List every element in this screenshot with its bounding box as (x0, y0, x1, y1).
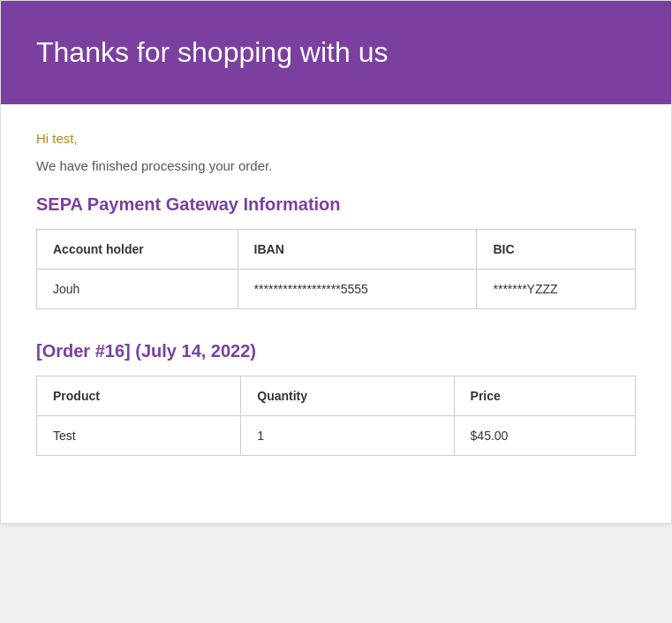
content-area: Hi test, We have finished processing you… (1, 104, 671, 523)
order-product-value: Test (37, 416, 241, 456)
header-banner: Thanks for shopping with us (1, 1, 671, 104)
header-title: Thanks for shopping with us (36, 36, 636, 69)
order-price-value: $45.00 (454, 416, 635, 456)
email-container: Thanks for shopping with us Hi test, We … (0, 0, 672, 524)
order-quantity-value: 1 (241, 416, 454, 456)
sepa-iban-value: ******************5555 (238, 270, 477, 309)
sepa-col-bic: BIC (477, 230, 636, 270)
sepa-table: Account holder IBAN BIC Jouh ***********… (36, 229, 636, 309)
sepa-table-row: Jouh ******************5555 *******YZZZ (37, 270, 636, 309)
order-col-product: Product (37, 376, 241, 416)
order-col-quantity: Quantity (241, 376, 454, 416)
order-table-row: Test 1 $45.00 (37, 416, 636, 456)
greeting-text: Hi test, (36, 131, 636, 146)
sepa-col-account-holder: Account holder (37, 230, 238, 270)
order-section-title[interactable]: [Order #16] (July 14, 2022) (36, 341, 636, 361)
sepa-account-holder-value: Jouh (37, 270, 238, 309)
intro-text: We have finished processing your order. (36, 158, 636, 173)
order-col-price: Price (454, 376, 635, 416)
sepa-col-iban: IBAN (238, 230, 477, 270)
order-table: Product Quantity Price Test 1 $45.00 (36, 376, 636, 456)
sepa-bic-value: *******YZZZ (477, 270, 636, 309)
sepa-section-title: SEPA Payment Gateway Information (36, 194, 636, 215)
